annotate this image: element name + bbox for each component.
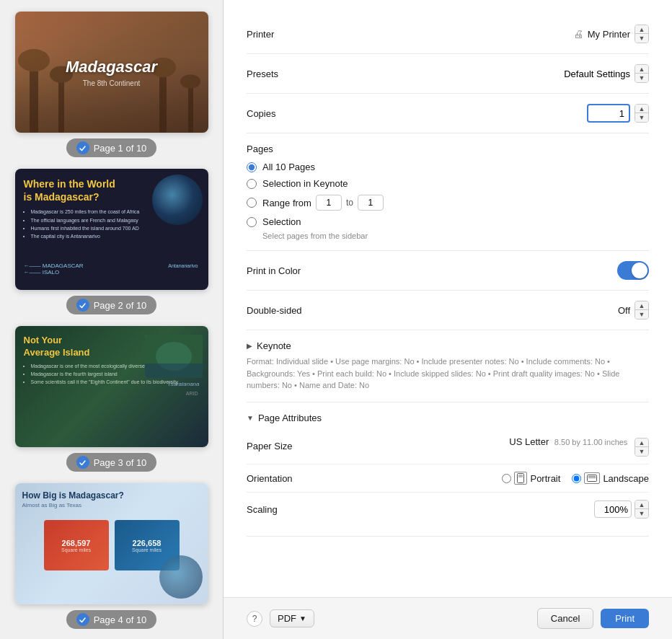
landscape-radio[interactable] — [572, 474, 581, 483]
double-sided-stepper-up[interactable]: ▲ — [635, 301, 648, 310]
double-sided-stepper[interactable]: ▲ ▼ — [635, 301, 649, 320]
page-attributes-section: ▼ Page Attributes Paper Size US Letter 8… — [247, 402, 649, 537]
all-pages-row[interactable]: All 10 Pages — [247, 162, 649, 172]
scaling-stepper-down[interactable]: ▼ — [635, 509, 648, 518]
slide-item-3[interactable]: Not YourAverage Island Madagascar is one… — [14, 326, 208, 472]
scaling-stepper[interactable]: ▲ ▼ — [635, 500, 649, 519]
paper-size-stepper-down[interactable]: ▼ — [635, 447, 648, 456]
check-icon-4 — [76, 613, 89, 626]
double-sided-label: Double-sided — [247, 305, 302, 316]
orientation-options: Portrait Landscape — [387, 472, 649, 485]
slide-item-2[interactable]: Where in the Worldis Madagascar? Madagas… — [14, 169, 208, 314]
copies-label: Copies — [247, 108, 275, 119]
printer-value-group: 🖨 My Printer ▲ ▼ — [573, 25, 649, 43]
keynote-title: Keynote — [257, 340, 291, 351]
keynote-header[interactable]: ▶ Keynote — [247, 340, 649, 351]
printer-row: Printer 🖨 My Printer ▲ ▼ — [247, 14, 649, 54]
print-button[interactable]: Print — [601, 609, 649, 628]
page-attributes-table: Paper Size US Letter 8.50 by 11.00 inche… — [247, 429, 649, 526]
all-pages-radio[interactable] — [247, 162, 257, 172]
selection-keynote-radio[interactable] — [247, 179, 257, 189]
printer-stepper-down[interactable]: ▼ — [635, 34, 648, 43]
range-to-text: to — [346, 198, 353, 208]
paper-size-row: Paper Size US Letter 8.50 by 11.00 inche… — [247, 429, 649, 464]
range-from-input[interactable] — [316, 195, 342, 211]
slide2-globe — [152, 175, 203, 225]
selection-radio[interactable] — [247, 217, 257, 227]
selection-keynote-label[interactable]: Selection in Keynote — [262, 178, 348, 189]
paper-size-name: US Letter — [509, 436, 549, 447]
copies-input[interactable] — [587, 104, 630, 123]
scaling-stepper-up[interactable]: ▲ — [635, 501, 648, 509]
pages-label: Pages — [247, 144, 649, 154]
pdf-label: PDF — [278, 613, 296, 624]
slide2-arrows: ←—— MADAGASCAR←—— ISALO — [24, 263, 84, 276]
double-sided-stepper-down[interactable]: ▼ — [635, 310, 648, 319]
selection-row[interactable]: Selection — [247, 216, 649, 227]
paper-size-stepper[interactable]: ▲ ▼ — [635, 438, 649, 457]
keynote-description: Format: Individual slide • Use page marg… — [247, 356, 649, 392]
presets-stepper-up[interactable]: ▲ — [635, 65, 648, 74]
check-icon-2 — [76, 299, 89, 312]
selection-hint: Select pages from the sidebar — [262, 232, 649, 240]
check-icon-1 — [76, 141, 89, 154]
range-to-input[interactable] — [358, 195, 384, 211]
range-radio[interactable] — [247, 198, 257, 208]
range-inputs: Range from to — [262, 195, 384, 211]
printer-stepper-up[interactable]: ▲ — [635, 25, 648, 34]
paper-size-dims: 8.50 by 11.00 inches — [554, 438, 628, 446]
slide2-labels: Antananarivo — [168, 263, 198, 268]
svg-rect-0 — [30, 62, 38, 133]
portrait-label[interactable]: Portrait — [530, 473, 560, 484]
selection-label[interactable]: Selection — [262, 216, 301, 227]
slide4-globe — [159, 555, 203, 599]
keynote-chevron-icon: ▶ — [247, 342, 252, 350]
keynote-section: ▶ Keynote Format: Individual slide • Use… — [247, 330, 649, 402]
pdf-button[interactable]: PDF ▼ — [270, 609, 314, 627]
scaling-row: Scaling ▲ ▼ — [247, 493, 649, 526]
all-pages-label[interactable]: All 10 Pages — [262, 162, 315, 172]
orientation-value: Portrait Landscape — [387, 464, 649, 493]
check-icon-3 — [76, 456, 89, 469]
pages-section: Pages All 10 Pages Selection in Keynote … — [247, 133, 649, 251]
toggle-thumb — [632, 263, 647, 278]
portrait-radio[interactable] — [502, 474, 511, 483]
presets-label: Presets — [247, 69, 278, 79]
landscape-label[interactable]: Landscape — [603, 473, 649, 484]
slide1-title: Madagascar — [66, 58, 157, 76]
copies-stepper-down[interactable]: ▼ — [635, 113, 648, 122]
slide-item-4[interactable]: How Big is Madagascar? Almost as Big as … — [14, 483, 208, 629]
print-color-toggle[interactable] — [617, 261, 649, 280]
copies-stepper-up[interactable]: ▲ — [635, 105, 648, 113]
slides-sidebar[interactable]: Madagascar The 8th Continent Page 1 of 1… — [0, 0, 224, 639]
paper-size-value: US Letter 8.50 by 11.00 inches ▲ ▼ — [387, 429, 649, 464]
page-attributes-header[interactable]: ▼ Page Attributes — [247, 413, 649, 423]
slide-item-1[interactable]: Madagascar The 8th Continent Page 1 of 1… — [14, 12, 208, 157]
paper-size-stepper-up[interactable]: ▲ — [635, 439, 648, 447]
help-button[interactable]: ? — [247, 611, 262, 627]
svg-rect-14 — [588, 475, 597, 482]
paper-size-label: Paper Size — [247, 429, 387, 464]
selection-keynote-row[interactable]: Selection in Keynote — [247, 178, 649, 189]
page-attributes-title: Page Attributes — [258, 413, 322, 423]
portrait-option[interactable]: Portrait — [502, 472, 560, 485]
slide-thumbnail-4: How Big is Madagascar? Almost as Big as … — [15, 483, 208, 604]
page-attributes-chevron-icon: ▼ — [247, 414, 254, 422]
cancel-button[interactable]: Cancel — [537, 608, 593, 629]
scaling-input[interactable] — [594, 501, 632, 518]
svg-point-1 — [18, 49, 50, 71]
portrait-icon — [514, 472, 527, 485]
svg-rect-10 — [145, 363, 203, 378]
range-row[interactable]: Range from to — [247, 195, 649, 211]
printer-stepper[interactable]: ▲ ▼ — [635, 25, 649, 43]
presets-stepper-down[interactable]: ▼ — [635, 74, 648, 82]
print-footer: ? PDF ▼ Cancel Print — [224, 597, 672, 639]
landscape-option[interactable]: Landscape — [572, 472, 649, 484]
svg-rect-4 — [159, 69, 167, 133]
pdf-chevron-icon: ▼ — [299, 614, 306, 622]
copies-stepper[interactable]: ▲ ▼ — [635, 104, 649, 123]
scaling-value-group: ▲ ▼ — [387, 500, 649, 519]
orientation-label: Orientation — [247, 464, 387, 493]
presets-stepper[interactable]: ▲ ▼ — [635, 64, 649, 83]
range-from-label[interactable]: Range from — [262, 198, 311, 208]
